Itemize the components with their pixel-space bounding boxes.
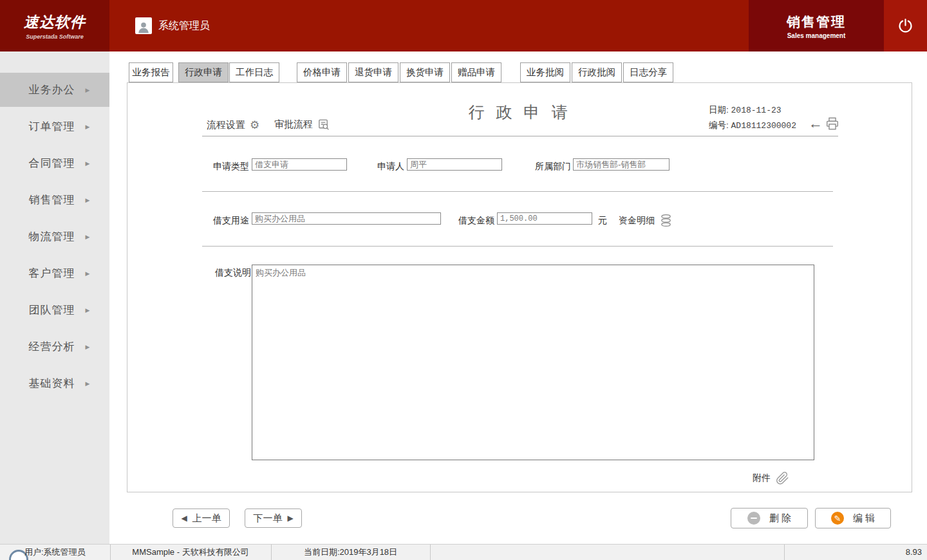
- chevron-right-icon: ▶: [86, 380, 90, 387]
- applicant-label: 申请人: [364, 161, 404, 173]
- edit-button[interactable]: ✎ 编 辑: [815, 508, 891, 528]
- print-icon[interactable]: [825, 117, 839, 131]
- sidebar-item-label: 团队管理: [29, 303, 75, 317]
- sidebar-item-logistics-management[interactable]: 物流管理▶: [0, 219, 109, 254]
- chevron-right-icon: ▶: [86, 124, 90, 130]
- tab-return-application[interactable]: 退货申请: [348, 62, 398, 82]
- divider: [430, 545, 431, 560]
- chevron-right-icon: ▶: [86, 344, 90, 350]
- sidebar-item-business-analysis[interactable]: 经营分析▶: [0, 330, 109, 364]
- sidebar-item-sales-management[interactable]: 销售管理▶: [0, 183, 109, 217]
- status-user: 用户:系统管理员: [24, 545, 86, 560]
- back-arrow-icon[interactable]: ←: [809, 115, 823, 132]
- loan-note-label: 借支说明: [207, 267, 251, 279]
- minus-circle-icon: [747, 512, 760, 525]
- application-type-label: 申请类型: [205, 161, 249, 173]
- department-input[interactable]: [573, 158, 670, 171]
- tab-business-review[interactable]: 业务批阅: [520, 62, 570, 82]
- delete-button[interactable]: 删 除: [731, 508, 808, 528]
- module-title: 销售管理: [787, 13, 846, 31]
- paperclip-icon: [776, 471, 789, 485]
- triangle-left-icon: ◀: [181, 514, 187, 523]
- status-bar: 用户:系统管理员 MMSample - 天软科技有限公司 当前日期:2019年3…: [0, 544, 927, 560]
- tab-log-sharing[interactable]: 日志分享: [623, 62, 673, 82]
- sidebar-item-basic-data[interactable]: 基础资料▶: [0, 366, 109, 400]
- number-label: 编号:: [709, 120, 729, 130]
- power-icon: [897, 17, 914, 35]
- date-value: 2018-11-23: [731, 106, 782, 115]
- divider: [784, 545, 785, 560]
- chevron-right-icon: ▶: [86, 87, 90, 93]
- top-header: 速达软件 Superstada Software 系统管理员 销售管理 Sale…: [0, 0, 927, 51]
- sidebar-item-label: 销售管理: [29, 192, 75, 207]
- edit-label: 编 辑: [853, 512, 875, 525]
- status-company: MMSample - 天软科技有限公司: [110, 545, 271, 560]
- form-number: 编号: AD18112300002: [709, 118, 796, 133]
- main-content: 业务报告 行政申请 工作日志 价格申请 退货申请 换货申请 赠品申请 业务批阅 …: [109, 51, 927, 544]
- app-logo: 速达软件 Superstada Software: [0, 0, 109, 51]
- app-window: 速达软件 Superstada Software 系统管理员 销售管理 Sale…: [0, 0, 927, 560]
- current-user: 系统管理员: [135, 17, 210, 34]
- sidebar-item-label: 订单管理: [29, 119, 75, 134]
- module-subtitle: Sales management: [787, 32, 846, 39]
- application-type-input[interactable]: [252, 158, 347, 171]
- sidebar-item-team-management[interactable]: 团队管理▶: [0, 293, 109, 327]
- sidebar-item-contract-management[interactable]: 合同管理▶: [0, 146, 109, 180]
- chevron-right-icon: ▶: [86, 307, 90, 313]
- logo-subtitle: Superstada Software: [26, 33, 84, 40]
- tab-business-report[interactable]: 业务报告: [129, 62, 173, 82]
- form-date: 日期: 2018-11-23: [709, 102, 796, 118]
- number-value: AD18112300002: [731, 121, 796, 131]
- tab-exchange-application[interactable]: 换货申请: [400, 62, 450, 82]
- divider: [202, 191, 833, 192]
- divider: [202, 246, 833, 247]
- pencil-circle-icon: ✎: [831, 512, 844, 525]
- loan-amount-input[interactable]: [497, 212, 592, 225]
- status-version: 8.93: [906, 545, 922, 560]
- loan-amount-label: 借支金额: [451, 215, 494, 227]
- tab-work-log[interactable]: 工作日志: [229, 62, 279, 82]
- chevron-right-icon: ▶: [86, 270, 90, 277]
- sidebar-item-business-office[interactable]: 业务办公▶: [0, 73, 109, 107]
- sidebar-item-order-management[interactable]: 订单管理▶: [0, 109, 109, 144]
- sidebar: 业务办公▶ 订单管理▶ 合同管理▶ 销售管理▶ 物流管理▶ 客户管理▶ 团队管理…: [0, 51, 109, 544]
- tab-gift-application[interactable]: 赠品申请: [451, 62, 501, 82]
- sidebar-item-customer-management[interactable]: 客户管理▶: [0, 256, 109, 290]
- amount-unit-label: 元: [598, 215, 611, 227]
- previous-record-label: 上一单: [192, 512, 221, 525]
- next-record-button[interactable]: 下一单 ▶: [245, 509, 302, 528]
- chevron-right-icon: ▶: [86, 197, 90, 203]
- attachment-button[interactable]: 附件: [753, 471, 789, 485]
- logo-title: 速达软件: [24, 12, 86, 32]
- delete-label: 删 除: [769, 512, 791, 525]
- divider: [202, 136, 838, 136]
- date-label: 日期:: [709, 105, 729, 115]
- chevron-right-icon: ▶: [86, 160, 90, 167]
- sidebar-item-label: 客户管理: [29, 266, 75, 281]
- form-meta: 日期: 2018-11-23 编号: AD18112300002: [709, 102, 796, 133]
- fund-detail-label: 资金明细: [619, 215, 655, 227]
- sidebar-item-label: 基础资料: [29, 376, 75, 391]
- sidebar-item-label: 合同管理: [29, 156, 75, 171]
- chevron-right-icon: ▶: [86, 234, 90, 240]
- module-title-block: 销售管理 Sales management: [749, 0, 884, 51]
- tab-price-application[interactable]: 价格申请: [297, 62, 347, 82]
- fund-detail-button[interactable]: 资金明细: [619, 213, 673, 229]
- status-date: 当前日期:2019年3月18日: [271, 545, 430, 560]
- logout-button[interactable]: [884, 0, 927, 51]
- loan-purpose-label: 借支用途: [205, 215, 249, 227]
- previous-record-button[interactable]: ◀ 上一单: [173, 509, 230, 528]
- loan-purpose-input[interactable]: [252, 212, 441, 225]
- sidebar-item-label: 业务办公: [29, 82, 75, 97]
- triangle-right-icon: ▶: [287, 514, 293, 523]
- sidebar-item-label: 物流管理: [29, 229, 75, 244]
- admin-application-form: 流程设置 ⚙ 审批流程 行 政 申 请 日期: 201: [127, 82, 912, 492]
- tab-admin-review[interactable]: 行政批阅: [572, 62, 622, 82]
- coins-icon: [659, 213, 673, 229]
- loan-note-textarea[interactable]: 购买办公用品: [252, 265, 814, 460]
- tab-admin-application[interactable]: 行政申请: [178, 62, 229, 82]
- user-name-label: 系统管理员: [158, 19, 210, 33]
- attachment-label: 附件: [753, 472, 771, 484]
- applicant-input[interactable]: [407, 158, 502, 171]
- next-record-label: 下一单: [253, 512, 282, 525]
